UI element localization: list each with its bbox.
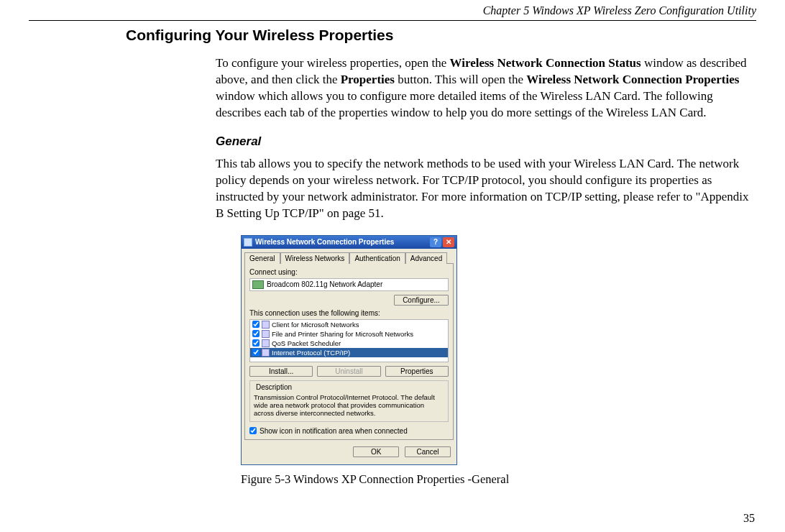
adapter-icon xyxy=(252,280,264,289)
items-label: This connection uses the following items… xyxy=(249,309,449,317)
page-header: Chapter 5 Windows XP Wireless Zero Confi… xyxy=(0,0,785,19)
header-rule xyxy=(29,20,756,21)
text: To configure your wireless properties, o… xyxy=(216,56,450,70)
network-icon xyxy=(244,238,252,247)
dialog-screenshot: Wireless Network Connection Properties ?… xyxy=(241,235,785,465)
item-label: QoS Packet Scheduler xyxy=(272,339,341,347)
list-item-selected[interactable]: Internet Protocol (TCP/IP) xyxy=(250,348,448,357)
item-checkbox[interactable] xyxy=(252,349,260,356)
ok-button[interactable]: OK xyxy=(353,446,399,457)
description-text: Transmission Control Protocol/Internet P… xyxy=(254,391,444,418)
close-icon: ✕ xyxy=(446,238,451,246)
tab-panel-general: Connect using: Broadcom 802.11g Network … xyxy=(244,263,454,440)
bold-text: Wireless Network Connection Properties xyxy=(526,73,739,86)
text: window which allows you to configure mor… xyxy=(216,89,713,119)
cancel-button[interactable]: Cancel xyxy=(405,446,451,457)
install-button[interactable]: Install... xyxy=(249,366,313,377)
tab-strip: General Wireless Networks Authentication… xyxy=(244,252,454,263)
connect-using-label: Connect using: xyxy=(249,268,449,276)
item-label: Client for Microsoft Networks xyxy=(272,321,359,329)
list-item[interactable]: Client for Microsoft Networks xyxy=(250,320,448,329)
bold-text: Properties xyxy=(341,73,395,86)
show-icon-label: Show icon in notification area when conn… xyxy=(260,427,408,435)
page-number: 35 xyxy=(743,512,755,525)
adapter-field[interactable]: Broadcom 802.11g Network Adapter xyxy=(249,278,449,291)
adapter-name: Broadcom 802.11g Network Adapter xyxy=(267,280,382,288)
item-label: Internet Protocol (TCP/IP) xyxy=(272,349,350,357)
list-item[interactable]: QoS Packet Scheduler xyxy=(250,339,448,348)
help-button[interactable]: ? xyxy=(430,237,441,247)
show-icon-row[interactable]: Show icon in notification area when conn… xyxy=(249,427,449,435)
intro-paragraph: To configure your wireless properties, o… xyxy=(216,55,755,121)
configure-button[interactable]: Configure... xyxy=(394,295,449,306)
component-icon xyxy=(262,349,270,357)
section-heading: Configuring Your Wireless Properties xyxy=(126,27,785,44)
description-group: Description Transmission Control Protoco… xyxy=(249,380,449,422)
list-item[interactable]: File and Printer Sharing for Microsoft N… xyxy=(250,329,448,339)
dialog-footer: OK Cancel xyxy=(242,443,456,464)
show-icon-checkbox[interactable] xyxy=(249,427,257,434)
component-icon xyxy=(262,339,270,347)
uninstall-button: Uninstall xyxy=(317,366,380,377)
subsection-heading: General xyxy=(216,134,785,149)
properties-button[interactable]: Properties xyxy=(385,366,449,377)
tab-advanced[interactable]: Advanced xyxy=(405,252,447,264)
items-listbox[interactable]: Client for Microsoft Networks File and P… xyxy=(249,319,449,362)
description-legend: Description xyxy=(254,383,294,391)
tab-authentication[interactable]: Authentication xyxy=(349,252,405,264)
window-title: Wireless Network Connection Properties xyxy=(255,238,428,246)
tab-wireless-networks[interactable]: Wireless Networks xyxy=(280,252,350,264)
item-checkbox[interactable] xyxy=(252,339,260,347)
figure-caption: Figure 5-3 Windows XP Connection Propert… xyxy=(241,472,785,487)
general-paragraph: This tab allows you to specify the netwo… xyxy=(216,156,755,222)
component-icon xyxy=(262,321,270,329)
text: button. This will open the xyxy=(395,73,526,86)
component-icon xyxy=(262,330,270,338)
properties-dialog: Wireless Network Connection Properties ?… xyxy=(241,235,457,465)
tab-general[interactable]: General xyxy=(244,252,280,264)
item-checkbox[interactable] xyxy=(252,330,260,337)
bold-text: Wireless Network Connection Status xyxy=(450,56,641,70)
item-label: File and Printer Sharing for Microsoft N… xyxy=(272,330,413,338)
item-checkbox[interactable] xyxy=(252,321,260,328)
close-button[interactable]: ✕ xyxy=(443,237,454,247)
titlebar[interactable]: Wireless Network Connection Properties ?… xyxy=(242,236,456,249)
